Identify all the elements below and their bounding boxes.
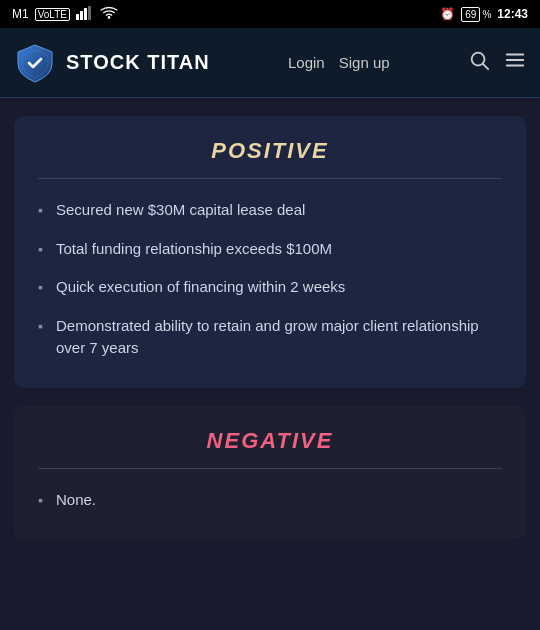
time-label: 12:43 [497, 7, 528, 21]
menu-button[interactable] [504, 49, 526, 76]
negative-divider [38, 468, 502, 469]
search-button[interactable] [468, 49, 490, 76]
logo-icon [14, 42, 56, 84]
nav-header: STOCK TITAN Login Sign up [0, 28, 540, 98]
positive-bullet-list: Secured new $30M capital lease deal Tota… [38, 199, 502, 360]
negative-bullet-list: None. [38, 489, 502, 512]
alarm-icon: ⏰ [440, 7, 455, 21]
signal-icon [76, 6, 94, 23]
carrier-label: M1 [12, 7, 29, 21]
list-item: Demonstrated ability to retain and grow … [38, 315, 502, 360]
svg-point-4 [108, 16, 111, 19]
positive-title: Positive [38, 138, 502, 164]
svg-rect-0 [76, 14, 79, 20]
login-link[interactable]: Login [288, 54, 325, 71]
svg-rect-3 [88, 6, 91, 20]
main-content: Positive Secured new $30M capital lease … [0, 98, 540, 630]
volte-label: VoLTE [35, 8, 70, 21]
list-item: Secured new $30M capital lease deal [38, 199, 502, 222]
list-item: Total funding relationship exceeds $100M [38, 238, 502, 261]
nav-icons [468, 49, 526, 76]
signup-link[interactable]: Sign up [339, 54, 390, 71]
list-item: Quick execution of financing within 2 we… [38, 276, 502, 299]
logo-area: STOCK TITAN [14, 42, 210, 84]
status-left: M1 VoLTE [12, 6, 118, 23]
nav-links: Login Sign up [288, 54, 390, 71]
positive-card: Positive Secured new $30M capital lease … [14, 116, 526, 388]
svg-rect-2 [84, 8, 87, 20]
battery-icon: 69 % [461, 7, 491, 22]
logo-text: STOCK TITAN [66, 51, 210, 74]
negative-title: Negative [38, 428, 502, 454]
wifi-icon [100, 6, 118, 23]
positive-divider [38, 178, 502, 179]
svg-line-6 [483, 64, 488, 69]
status-bar: M1 VoLTE ⏰ 69 % 12:43 [0, 0, 540, 28]
svg-rect-1 [80, 11, 83, 20]
list-item: None. [38, 489, 502, 512]
status-right: ⏰ 69 % 12:43 [440, 7, 528, 22]
negative-card: Negative None. [14, 406, 526, 540]
